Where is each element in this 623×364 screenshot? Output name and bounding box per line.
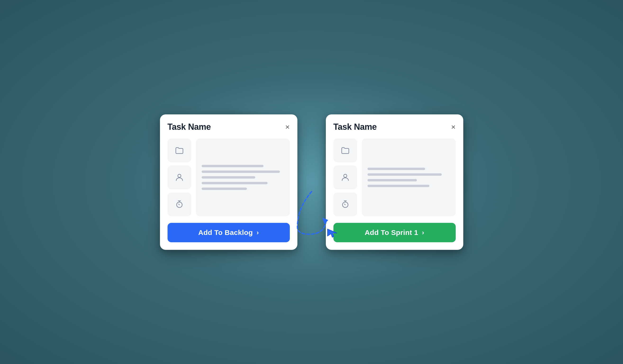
left-card-body (168, 139, 290, 216)
content-line-1 (202, 165, 264, 167)
svg-point-3 (344, 174, 347, 177)
left-card: Task Name × (160, 114, 297, 250)
left-card-title: Task Name (168, 122, 211, 132)
content-line-5 (202, 188, 247, 190)
right-card-wrapper: Task Name × (326, 114, 463, 250)
right-content-area (362, 139, 456, 216)
svg-marker-5 (328, 229, 337, 237)
content-line-r4 (368, 185, 429, 187)
left-timer-icon-box (168, 193, 191, 216)
timer-icon (340, 200, 350, 209)
left-close-button[interactable]: × (285, 123, 290, 131)
right-card-title: Task Name (334, 122, 377, 132)
svg-point-0 (178, 174, 181, 177)
chevron-right-icon: › (422, 229, 424, 236)
chevron-right-icon: › (257, 229, 259, 236)
add-to-sprint-button[interactable]: Add To Sprint 1 › (334, 223, 456, 242)
add-to-sprint-label: Add To Sprint 1 (365, 229, 418, 236)
content-line-4 (202, 182, 267, 184)
left-user-icon-box (168, 166, 191, 189)
right-card-header: Task Name × (334, 122, 456, 132)
right-icons-column (334, 139, 357, 216)
left-card-header: Task Name × (168, 122, 290, 132)
content-line-r1 (368, 168, 425, 170)
content-line-3 (202, 176, 255, 179)
content-line-2 (202, 171, 280, 173)
right-timer-icon-box (334, 193, 357, 216)
left-icons-column (168, 139, 191, 216)
right-card-body (334, 139, 456, 216)
cards-container: Task Name × (160, 114, 463, 250)
cursor-pointer-icon (326, 227, 338, 238)
right-close-button[interactable]: × (451, 123, 456, 131)
content-line-r3 (368, 179, 417, 181)
content-line-r2 (368, 173, 442, 176)
right-folder-icon-box (334, 139, 357, 162)
timer-icon (175, 200, 184, 209)
user-icon (340, 173, 350, 182)
add-to-backlog-label: Add To Backlog (198, 229, 253, 236)
left-folder-icon-box (168, 139, 191, 162)
folder-icon (175, 146, 184, 155)
user-icon (175, 173, 184, 182)
add-to-backlog-button[interactable]: Add To Backlog › (168, 223, 290, 242)
right-card: Task Name × (326, 114, 463, 250)
right-user-icon-box (334, 166, 357, 189)
left-content-area (196, 139, 290, 216)
folder-icon (340, 146, 350, 155)
left-card-wrapper: Task Name × (160, 114, 297, 250)
